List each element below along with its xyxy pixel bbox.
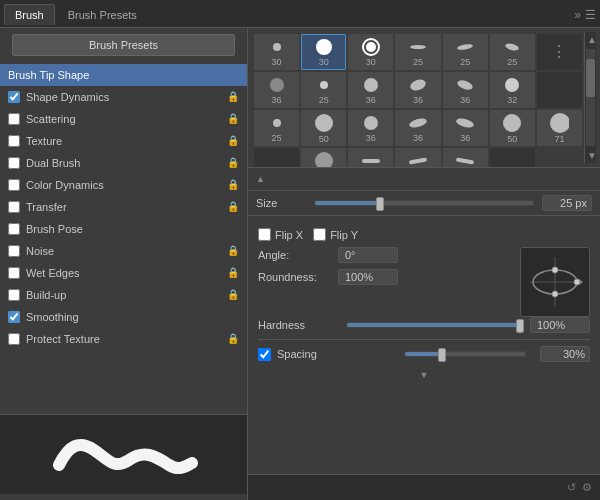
brush-cell-13	[537, 72, 582, 108]
smoothing-checkbox[interactable]	[8, 311, 20, 323]
brush-item-color-dynamics[interactable]: Color Dynamics 🔒	[0, 174, 247, 196]
grid-scroll-up[interactable]: ▲	[585, 32, 596, 47]
svg-rect-21	[362, 159, 380, 163]
spacing-value[interactable]: 30%	[540, 346, 590, 362]
rotate-icon[interactable]: ↺	[567, 481, 576, 494]
brush-cell-12[interactable]: 32	[490, 72, 535, 108]
brush-cell-18[interactable]: 36	[443, 110, 488, 146]
tab-icons: » ☰	[574, 8, 596, 22]
brush-cell-11[interactable]: 36	[443, 72, 488, 108]
brush-item-build-up[interactable]: Build-up 🔒	[0, 284, 247, 306]
build-up-checkbox[interactable]	[8, 289, 20, 301]
menu-icon[interactable]: ☰	[585, 8, 596, 22]
svg-point-0	[273, 43, 281, 51]
tab-brush[interactable]: Brush	[4, 4, 55, 25]
build-up-label: Build-up	[26, 289, 223, 301]
color-dynamics-label: Color Dynamics	[26, 179, 223, 191]
angle-dial[interactable]	[520, 247, 590, 317]
brush-stroke-svg	[44, 425, 204, 485]
brush-pose-label: Brush Pose	[26, 223, 239, 235]
brush-cell-22[interactable]: 50	[301, 148, 346, 168]
brush-cell-1[interactable]: 30	[301, 34, 346, 70]
transfer-checkbox[interactable]	[8, 201, 20, 213]
brush-cell-8[interactable]: 25	[301, 72, 346, 108]
brush-item-brush-pose[interactable]: Brush Pose	[0, 218, 247, 240]
brush-cell-scroll[interactable]: ⋮	[537, 34, 582, 70]
hardness-slider[interactable]	[346, 322, 522, 328]
flip-x-checkbox[interactable]	[258, 228, 271, 241]
lock-icon-wet-edges: 🔒	[227, 267, 239, 279]
roundness-value[interactable]: 100%	[338, 269, 398, 285]
brush-item-noise[interactable]: Noise 🔒	[0, 240, 247, 262]
brush-item-dual-brush[interactable]: Dual Brush 🔒	[0, 152, 247, 174]
hardness-value[interactable]: 100%	[530, 317, 590, 333]
flip-y-checkbox[interactable]	[313, 228, 326, 241]
size-value[interactable]: 25 px	[542, 195, 592, 211]
protect-texture-checkbox[interactable]	[8, 333, 20, 345]
spacing-down-arrow[interactable]: ▼	[258, 368, 590, 382]
angle-value[interactable]: 0°	[338, 247, 398, 263]
brush-cell-17[interactable]: 36	[395, 110, 440, 146]
brush-cell-10[interactable]: 36	[395, 72, 440, 108]
texture-checkbox[interactable]	[8, 135, 20, 147]
brush-cell-25[interactable]: 50	[443, 148, 488, 168]
brush-tip-shape-label: Brush Tip Shape	[8, 69, 239, 81]
brush-preview	[0, 414, 247, 494]
flip-y-label[interactable]: Flip Y	[313, 228, 358, 241]
lock-icon-noise: 🔒	[227, 245, 239, 257]
size-up-arrow[interactable]: ▲	[256, 172, 265, 186]
brush-pose-checkbox[interactable]	[8, 223, 20, 235]
shape-dynamics-checkbox[interactable]	[8, 91, 20, 103]
tab-bar: Brush Brush Presets » ☰	[0, 0, 600, 28]
svg-rect-23	[456, 157, 474, 164]
svg-point-20	[315, 152, 333, 169]
brush-grid-container: 30 30 30 25	[248, 28, 600, 168]
brush-item-shape-dynamics[interactable]: Shape Dynamics 🔒	[0, 86, 247, 108]
brush-cell-0[interactable]: 30	[254, 34, 299, 70]
brush-item-wet-edges[interactable]: Wet Edges 🔒	[0, 262, 247, 284]
spacing-header: Spacing 30%	[258, 346, 590, 362]
brush-presets-button[interactable]: Brush Presets	[12, 34, 235, 56]
brush-cell-9[interactable]: 36	[348, 72, 393, 108]
spacing-slider[interactable]	[404, 351, 527, 357]
scattering-label: Scattering	[26, 113, 223, 125]
scattering-checkbox[interactable]	[8, 113, 20, 125]
brush-cell-15[interactable]: 50	[301, 110, 346, 146]
brush-item-transfer[interactable]: Transfer 🔒	[0, 196, 247, 218]
svg-point-28	[552, 267, 558, 273]
brush-cell-4[interactable]: 25	[443, 34, 488, 70]
brush-cell-23[interactable]: 50	[348, 148, 393, 168]
brush-cell-19[interactable]: 50	[490, 110, 535, 146]
controls-area: Flip X Flip Y Angle: 0°	[248, 222, 600, 474]
brush-item-texture[interactable]: Texture 🔒	[0, 130, 247, 152]
brush-cell-14[interactable]: 25	[254, 110, 299, 146]
brush-cell-5[interactable]: 25	[490, 34, 535, 70]
noise-label: Noise	[26, 245, 223, 257]
brush-item-brush-tip-shape[interactable]: Brush Tip Shape	[0, 64, 247, 86]
wet-edges-checkbox[interactable]	[8, 267, 20, 279]
brush-item-smoothing[interactable]: Smoothing	[0, 306, 247, 328]
protect-texture-label: Protect Texture	[26, 333, 223, 345]
lock-icon-dual-brush: 🔒	[227, 157, 239, 169]
brush-cell-21	[254, 148, 299, 168]
brush-item-protect-texture[interactable]: Protect Texture 🔒	[0, 328, 247, 350]
brush-cell-3[interactable]: 25	[395, 34, 440, 70]
spacing-checkbox[interactable]	[258, 348, 271, 361]
brush-cell-7[interactable]: 36	[254, 72, 299, 108]
size-slider[interactable]	[314, 200, 534, 206]
expand-icon[interactable]: »	[574, 8, 581, 22]
brush-item-scattering[interactable]: Scattering 🔒	[0, 108, 247, 130]
bottom-icons: ↺ ⚙	[567, 481, 592, 494]
tab-brush-presets[interactable]: Brush Presets	[57, 4, 148, 25]
brush-cell-2[interactable]: 30	[348, 34, 393, 70]
flip-x-label[interactable]: Flip X	[258, 228, 303, 241]
dual-brush-checkbox[interactable]	[8, 157, 20, 169]
svg-point-12	[505, 78, 519, 92]
noise-checkbox[interactable]	[8, 245, 20, 257]
settings-icon[interactable]: ⚙	[582, 481, 592, 494]
grid-scroll-down[interactable]: ▼	[585, 148, 596, 163]
brush-cell-20[interactable]: 71	[537, 110, 582, 146]
color-dynamics-checkbox[interactable]	[8, 179, 20, 191]
brush-cell-16[interactable]: 36	[348, 110, 393, 146]
brush-cell-24[interactable]: 50	[395, 148, 440, 168]
